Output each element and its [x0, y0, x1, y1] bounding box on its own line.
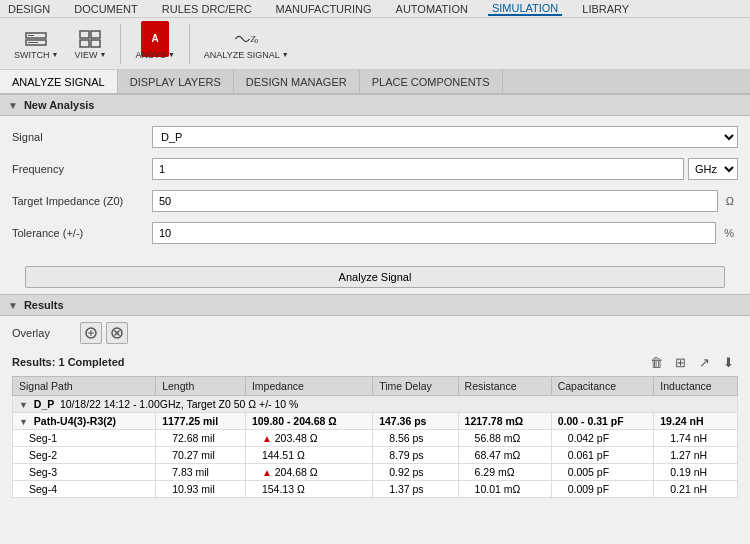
new-analysis-form: Signal D_P Frequency GHz MHz kHz Hz	[0, 116, 750, 260]
col-impedance: Impedance	[245, 377, 372, 396]
main-content: ▼ New Analysis Signal D_P Frequency GHz …	[0, 94, 750, 544]
signal-select[interactable]: D_P	[152, 126, 738, 148]
signal-row: Signal D_P	[12, 124, 738, 150]
new-analysis-collapse[interactable]: ▼	[8, 100, 18, 111]
svg-text:0: 0	[255, 37, 259, 44]
svg-rect-7	[91, 40, 100, 47]
results-action-icons: 🗑 ⊞ ↗ ⬇	[646, 352, 738, 372]
group-row-label: ▼ D_P 10/18/22 14:12 - 1.00GHz, Target Z…	[13, 396, 738, 413]
ansys-button[interactable]: A ANSYS ▼	[129, 26, 180, 62]
menu-library[interactable]: LIBRARY	[578, 3, 633, 15]
frequency-unit-select[interactable]: GHz MHz kHz Hz	[688, 158, 738, 180]
col-length: Length	[156, 377, 246, 396]
impedance-unit: Ω	[722, 195, 738, 207]
seg1-inductance: 1.74 nH	[654, 430, 738, 447]
results-count-label: Results: 1 Completed	[12, 356, 124, 368]
parent-collapse-icon[interactable]: ▼	[19, 417, 28, 427]
menu-bar: DESIGN DOCUMENT RULES DRC/ERC MANUFACTUR…	[0, 0, 750, 18]
menu-document[interactable]: DOCUMENT	[70, 3, 142, 15]
col-time-delay: Time Delay	[373, 377, 458, 396]
view-label: VIEW ▼	[74, 50, 106, 60]
analyze-signal-dropdown-arrow: ▼	[282, 51, 289, 58]
overlay-link-icon[interactable]	[80, 322, 102, 344]
results-content: Overlay	[0, 316, 750, 502]
col-signal-path: Signal Path	[13, 377, 156, 396]
child-row-seg4: Seg-4 10.93 mil 154.13 Ω 1.37 ps 10.01 m…	[13, 481, 738, 498]
menu-design[interactable]: DESIGN	[4, 3, 54, 15]
tab-design-manager[interactable]: DESIGN MANAGER	[234, 70, 360, 93]
signal-input-wrapper: D_P	[152, 126, 738, 148]
view-button[interactable]: VIEW ▼	[68, 26, 112, 62]
seg1-path: Seg-1	[13, 430, 156, 447]
child-row-seg1: Seg-1 72.68 mil ▲ 203.48 Ω 8.56 ps 56.88…	[13, 430, 738, 447]
frequency-label: Frequency	[12, 163, 152, 175]
signal-label: Signal	[12, 131, 152, 143]
seg3-path: Seg-3	[13, 464, 156, 481]
seg2-impedance: 144.51 Ω	[245, 447, 372, 464]
results-collapse[interactable]: ▼	[8, 300, 18, 311]
tab-display-layers[interactable]: DISPLAY LAYERS	[118, 70, 234, 93]
overlay-cancel-icon[interactable]	[106, 322, 128, 344]
seg3-impedance: ▲ 204.68 Ω	[245, 464, 372, 481]
seg4-inductance: 0.21 nH	[654, 481, 738, 498]
seg3-arrow-icon: ▲	[262, 467, 272, 478]
results-header: ▼ Results	[0, 294, 750, 316]
menu-simulation[interactable]: SIMULATION	[488, 2, 562, 16]
parent-signal-path: ▼ Path-U4(3)-R3(2)	[13, 413, 156, 430]
seg3-inductance: 0.19 nH	[654, 464, 738, 481]
results-table: Signal Path Length Impedance Time Delay …	[12, 376, 738, 498]
menu-rules[interactable]: RULES DRC/ERC	[158, 3, 256, 15]
seg4-capacitance: 0.009 pF	[551, 481, 654, 498]
analyze-signal-icon: Z 0	[232, 28, 260, 50]
table-result-icon[interactable]: ⊞	[670, 352, 690, 372]
impedance-input[interactable]	[152, 190, 718, 212]
frequency-input-wrapper: GHz MHz kHz Hz	[152, 158, 738, 180]
switch-label: SWITCH ▼	[14, 50, 58, 60]
switch-icon	[22, 28, 50, 50]
seg1-impedance: ▲ 203.48 Ω	[245, 430, 372, 447]
ansys-icon: A	[141, 28, 169, 50]
impedance-row: Target Impedance (Z0) Ω	[12, 188, 738, 214]
tab-analyze-signal[interactable]: ANALYZE SIGNAL	[0, 70, 118, 93]
seg1-arrow-icon: ▲	[262, 433, 272, 444]
download-result-icon[interactable]: ⬇	[718, 352, 738, 372]
tolerance-input-wrapper: %	[152, 222, 738, 244]
tolerance-row: Tolerance (+/-) %	[12, 220, 738, 246]
seg2-length: 70.27 mil	[156, 447, 246, 464]
overlay-row: Overlay	[12, 320, 738, 346]
seg4-length: 10.93 mil	[156, 481, 246, 498]
seg2-path: Seg-2	[13, 447, 156, 464]
export-result-icon[interactable]: ↗	[694, 352, 714, 372]
view-dropdown-arrow: ▼	[99, 51, 106, 58]
menu-manufacturing[interactable]: MANUFACTURING	[272, 3, 376, 15]
ansys-dropdown-arrow: ▼	[168, 51, 175, 58]
parent-row-path: ▼ Path-U4(3)-R3(2) 1177.25 mil 109.80 - …	[13, 413, 738, 430]
tab-place-components[interactable]: PLACE COMPONENTS	[360, 70, 503, 93]
overlay-label: Overlay	[12, 327, 72, 339]
results-title: Results	[24, 299, 64, 311]
delete-result-icon[interactable]: 🗑	[646, 352, 666, 372]
seg4-time-delay: 1.37 ps	[373, 481, 458, 498]
overlay-icons	[80, 322, 128, 344]
tab-bar: ANALYZE SIGNAL DISPLAY LAYERS DESIGN MAN…	[0, 70, 750, 94]
seg2-capacitance: 0.061 pF	[551, 447, 654, 464]
tolerance-input[interactable]	[152, 222, 716, 244]
seg1-time-delay: 8.56 ps	[373, 430, 458, 447]
seg1-length: 72.68 mil	[156, 430, 246, 447]
col-capacitance: Capacitance	[551, 377, 654, 396]
parent-time-delay: 147.36 ps	[373, 413, 458, 430]
analyze-signal-toolbar-button[interactable]: Z 0 ANALYZE SIGNAL ▼	[198, 26, 295, 62]
analyze-button-row: Analyze Signal	[0, 260, 750, 294]
menu-automation[interactable]: AUTOMATION	[392, 3, 472, 15]
seg4-impedance: 154.13 Ω	[245, 481, 372, 498]
parent-inductance: 19.24 nH	[654, 413, 738, 430]
seg3-length: 7.83 mil	[156, 464, 246, 481]
seg2-time-delay: 8.79 ps	[373, 447, 458, 464]
group-collapse-icon[interactable]: ▼	[19, 400, 28, 410]
analyze-signal-button[interactable]: Analyze Signal	[25, 266, 725, 288]
new-analysis-header: ▼ New Analysis	[0, 94, 750, 116]
switch-button[interactable]: SWITCH ▼	[8, 26, 64, 62]
frequency-input[interactable]	[152, 158, 684, 180]
results-status-bar: Results: 1 Completed 🗑 ⊞ ↗ ⬇	[12, 352, 738, 372]
svg-rect-6	[80, 40, 89, 47]
